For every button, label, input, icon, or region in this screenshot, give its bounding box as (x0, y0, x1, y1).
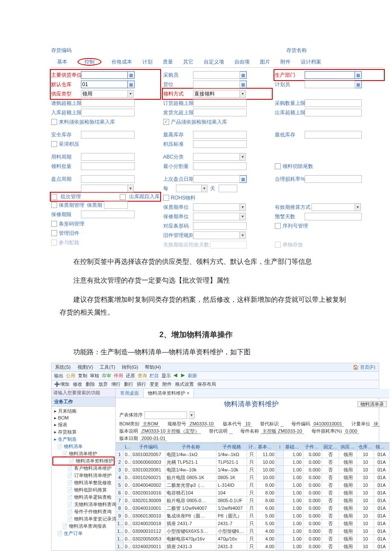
shelf-mgmt-chk[interactable] (51, 202, 57, 208)
nav-search-hint[interactable]: 请输入您要搜索的功能 (52, 389, 115, 397)
barcode-input[interactable] (193, 222, 247, 230)
count-unit-select[interactable] (81, 185, 128, 192)
tb-format[interactable]: 格式设置 (175, 381, 194, 387)
tb-attach[interactable]: 附件 (162, 381, 172, 387)
repair-unit-select[interactable] (193, 213, 240, 220)
grid-header[interactable]: 基本用量 (257, 443, 276, 451)
last-count-input[interactable] (193, 175, 240, 183)
trim-tail-chk[interactable] (275, 163, 281, 169)
tree-node[interactable]: 📄 物料低阶码推算 (52, 486, 115, 494)
safe-stock-input[interactable] (81, 131, 135, 139)
grid-header[interactable]: 子件规格 (216, 443, 247, 451)
every-select[interactable] (176, 185, 202, 192)
grid-header[interactable]: L… (124, 443, 131, 451)
table-row[interactable]: 90…03060130010集成块座P8（圆…P8（圆孔）只5.001.000.… (116, 512, 389, 520)
tb-restore[interactable]: 还原 (126, 373, 135, 379)
batch-mgmt-chk[interactable] (51, 194, 57, 200)
stagnant-chk[interactable] (51, 141, 57, 147)
grid-header[interactable]: 领料部门 (374, 443, 389, 451)
grid-header[interactable]: 子件名称 (165, 443, 216, 451)
serial-mgmt-chk[interactable] (275, 223, 281, 229)
tb-stop[interactable]: 停用 (114, 373, 123, 379)
max-stock-input[interactable] (193, 131, 247, 139)
draw-qty-input[interactable] (81, 162, 135, 170)
tab-other[interactable]: 其它 (179, 58, 198, 66)
tab-control[interactable]: 控制 (78, 58, 101, 66)
grid-header[interactable]: 计… (247, 443, 257, 451)
tree-node[interactable]: 📄 生产订单 (52, 530, 115, 537)
tree-node[interactable]: 📄 订单物料清单维护 (52, 472, 115, 479)
every-day-input[interactable] (219, 185, 237, 192)
return-rule-select[interactable] (193, 231, 240, 239)
min-split-input[interactable] (193, 162, 247, 170)
tree-node[interactable]: 📄 物料清单 (52, 443, 115, 450)
grid-header[interactable]: 固定用量 (322, 443, 339, 451)
tb-add[interactable]: ➕增加 (54, 381, 69, 387)
planner-input[interactable] (305, 81, 355, 88)
tab-basic[interactable]: 基本 (53, 58, 72, 66)
tab-quality[interactable]: 质量 (159, 58, 177, 66)
free-config-chk[interactable] (51, 240, 57, 246)
tree-node[interactable]: ▸ BOM (52, 415, 115, 421)
menu-tools[interactable]: 工具(T) (100, 364, 115, 370)
chevron-down-icon[interactable]: ▾ (240, 213, 246, 220)
count-period-input[interactable] (81, 175, 135, 183)
table-row[interactable]: 120…03020050053电解电容470μ/16v470μ/16v只4.00… (116, 535, 389, 543)
prod-chk[interactable] (163, 119, 169, 125)
grid-header[interactable]: 基础数量 (284, 443, 303, 451)
tree-node[interactable]: 📄 客户物料清单维护 (52, 465, 115, 472)
grid-header[interactable]: 子件损耗… (303, 443, 322, 451)
buyer-input[interactable] (193, 71, 240, 79)
table-row[interactable]: 110…03090010112小型按键6X6X5.5…小型按键6X…只4.001… (116, 527, 389, 535)
out-track-chk[interactable] (120, 194, 126, 200)
tree-node[interactable]: ▸ 生产制造 (52, 436, 115, 443)
lookup-icon[interactable]: ▦ (240, 71, 247, 79)
warn-days-input[interactable] (305, 213, 362, 220)
tb-addrow[interactable]: 增行 (111, 381, 121, 387)
chevron-down-icon[interactable]: ▾ (355, 203, 361, 211)
tree-node[interactable]: 📄 无物料清单物料查询 (52, 501, 115, 508)
tree-node[interactable]: 📄 物料清单资料维护 (52, 457, 115, 465)
chevron-down-icon[interactable]: ▾ (240, 231, 246, 239)
period-input[interactable] (81, 153, 135, 161)
tab-attachment[interactable]: 附件 (276, 58, 295, 66)
backlog-input[interactable] (193, 140, 247, 148)
valid-calc-select[interactable] (311, 203, 355, 211)
tree-node[interactable]: 📄 物料清单逻辑查检 (52, 494, 115, 501)
tree-node[interactable]: 📄 物料清单查询报表 (52, 523, 115, 530)
lookup-icon[interactable]: ▦ (355, 81, 362, 88)
dept-input[interactable] (305, 71, 355, 79)
delay-days-input[interactable] (210, 241, 247, 249)
table-row[interactable]: 30…03010020081电阻1/4w--10k1/4w--10k只10.00… (116, 466, 389, 474)
tb-left-icon[interactable]: ⯇ (173, 373, 178, 378)
chevron-down-icon[interactable]: ▾ (189, 411, 195, 419)
table-row[interactable]: 40…03010260021贴片电阻 0805-1K0805-1K只10.001… (116, 474, 389, 481)
tb-edit[interactable]: 修改 (73, 381, 82, 387)
barcode-mgmt-chk[interactable] (51, 221, 57, 227)
abc-select[interactable] (193, 153, 240, 161)
table-row[interactable]: 20…03060060003光耦 TLP521-1TLP521-1只10.001… (116, 458, 389, 466)
tb-right-icon[interactable]: ⯈ (181, 373, 185, 378)
tb-columns[interactable]: 栏目 (150, 373, 159, 379)
tb-copy[interactable]: 复制 (78, 373, 87, 379)
tree-node[interactable]: ▸ 存货核算 (52, 428, 115, 436)
grid-header[interactable]: 供应类型 (339, 443, 357, 451)
slot-input[interactable] (193, 81, 240, 88)
menu-help[interactable]: 帮助(H) (145, 364, 161, 370)
order-upper-input[interactable] (193, 99, 247, 107)
tree-node[interactable]: 📄 物料清单整批修改 (52, 479, 115, 486)
tb-abort[interactable]: 放弃 (98, 381, 108, 387)
tree-node[interactable]: 📄 母件子件物料查询 (52, 508, 115, 515)
shelf-unit-select[interactable] (193, 203, 240, 211)
table-row[interactable]: 10…03010020057电阻1/4w--1kΩ1/4w--1kΩ只11.00… (116, 451, 389, 458)
grid-header[interactable]: 子件编码 (131, 443, 165, 451)
tb-delrow[interactable]: 删行 (124, 381, 133, 387)
tab-custom[interactable]: 自定义项 (199, 58, 228, 66)
out-upper-input[interactable] (305, 109, 362, 116)
table-row[interactable]: 70…03020130009贴片电容 0805-0…0805-0.1UF只8.0… (116, 497, 389, 504)
tab-desktop[interactable]: 常用桌面 (116, 389, 144, 398)
table-row[interactable]: 130…03240020011插座 2431-32431-3只4.001.000… (116, 543, 389, 550)
shelf-life-input[interactable] (104, 201, 128, 209)
loss-rate-input[interactable] (305, 175, 362, 183)
sort-select[interactable] (144, 411, 187, 419)
